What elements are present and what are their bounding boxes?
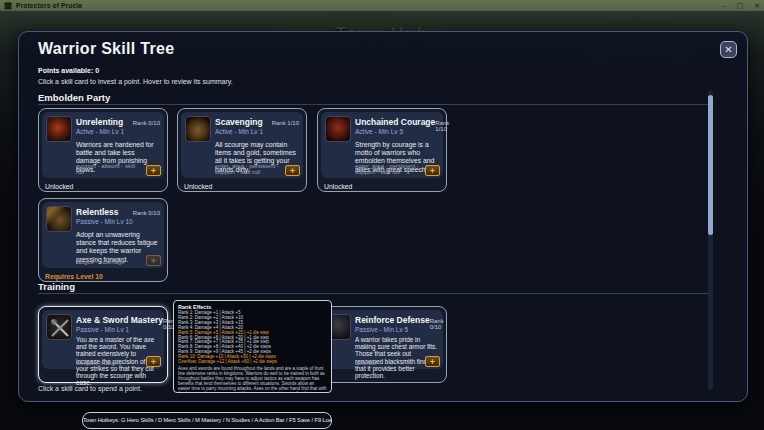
axe-sword-mastery-skill-icon [46,314,72,340]
skill-title: Scavenging [215,117,263,127]
invest-point-button[interactable]: + [425,165,440,176]
skill-tags: defense [355,360,421,367]
skill-title: Reinforce Defense [355,315,430,325]
skill-title: Unrelenting [76,117,123,127]
card-body: Relentless Rank 0/10 Passive - Min Lv 10… [42,202,164,268]
scavenging-skill-icon [185,116,211,142]
skill-requirement: Requires Level 10 [45,273,103,280]
skill-title: Relentless [76,207,119,217]
skill-tags: weapon_mastery [76,360,142,367]
card-body: Unrelenting Rank 0/10 Active - Min Lv 1 … [42,112,164,178]
maximize-button[interactable]: ▢ [737,0,744,11]
close-modal-button[interactable]: ✕ [720,41,737,58]
skill-meta: Passive - Min Lv 1 [76,326,129,333]
footer-hint-text: Click a skill card to spend a point. [38,385,142,392]
section-divider [38,104,713,105]
app-window: Town Hub Protectors of Prucia – ▢ ✕ Warr… [0,0,764,430]
modal-scrollbar[interactable] [708,90,713,390]
overflow-effect-line: Overflow: Damage +12 | Attack +60 | +2 d… [178,360,327,365]
card-body: Scavenging Rank 1/10 Active - Min Lv 1 A… [181,112,303,178]
app-icon [4,2,12,10]
section-embolden-party: Embolden Party [38,92,110,103]
skill-rank: Rank 0/10 [133,210,160,216]
minimize-button[interactable]: – [722,0,726,11]
scrollbar-thumb[interactable] [708,95,713,235]
skill-status: Unlocked [184,183,212,190]
points-available-label: Points available: 0 [38,67,99,74]
skill-rank: Rank 0/10 [430,318,444,330]
close-window-button[interactable]: ✕ [754,0,760,11]
invest-point-button[interactable]: + [146,255,161,266]
tooltip-lore-text: Axes and swords are found throughout the… [178,367,327,393]
skill-tags: support - absorb - skill roll [76,163,142,176]
unchained-courage-skill-icon [325,116,351,142]
skill-card-unchained-courage[interactable]: Unchained Courage Rank 1/10 Active - Min… [317,108,447,192]
section-divider [38,293,713,294]
card-body: Unchained Courage Rank 1/10 Active - Min… [321,112,443,178]
skill-status: Unlocked [45,183,73,190]
modal-title: Warrior Skill Tree [38,40,174,58]
town-hotkeys-bar: Town Hotkeys: G Hero Skills / D Merc Ski… [82,412,332,429]
skill-card-unrelenting[interactable]: Unrelenting Rank 0/10 Active - Min Lv 1 … [38,108,168,192]
skill-tags: enter_area - persistent - support - skil… [215,163,281,176]
instructions-text: Click a skill card to invest a point. Ho… [38,78,233,85]
skill-title: Axe & Sword Mastery [76,315,163,325]
relentless-skill-icon [46,206,72,232]
card-body: Reinforce Defense Rank 0/10 Passive - Mi… [321,310,443,369]
skill-card-relentless[interactable]: Relentless Rank 0/10 Passive - Min Lv 10… [38,198,168,282]
window-title: Protectors of Prucia [16,2,82,9]
skill-rank: Rank 1/10 [435,120,449,132]
skill-summary-tooltip: Rank Effects Rank 1: Damage +1 | Attack … [173,300,332,393]
skill-meta: Active - Min Lv 1 [215,128,263,135]
skill-meta: Active - Min Lv 1 [76,128,124,135]
invest-point-button[interactable]: + [285,165,300,176]
skill-card-axe-sword-mastery[interactable]: Axe & Sword Mastery Rank 0/10 Passive - … [38,306,168,383]
skill-card-reinforce-defense[interactable]: Reinforce Defense Rank 0/10 Passive - Mi… [317,306,447,383]
invest-point-button[interactable]: + [146,165,161,176]
skill-rank: Rank 1/10 [272,120,299,126]
skill-status: Unlocked [324,183,352,190]
invest-point-button[interactable]: + [146,356,161,367]
skill-title: Unchained Courage [355,117,435,127]
skill-tags: fatigue - +damage [76,259,142,266]
skill-card-scavenging[interactable]: Scavenging Rank 1/10 Active - Min Lv 1 A… [177,108,307,192]
warrior-skill-tree-modal: Warrior Skill Tree ✕ Points available: 0… [18,31,748,402]
invest-point-button[interactable]: + [425,356,440,367]
skill-meta: Passive - Min Lv 10 [76,218,133,225]
card-body: Axe & Sword Mastery Rank 0/10 Passive - … [42,310,164,369]
skill-meta: Active - Min Lv 5 [355,128,403,135]
skill-tags: enter_area - persistent - support - skil… [355,163,421,176]
skill-meta: Passive - Min Lv 5 [355,326,408,333]
section-training: Training [38,281,75,292]
window-titlebar: Protectors of Prucia – ▢ ✕ [0,0,764,11]
skill-rank: Rank 0/10 [133,120,160,126]
unrelenting-skill-icon [46,116,72,142]
